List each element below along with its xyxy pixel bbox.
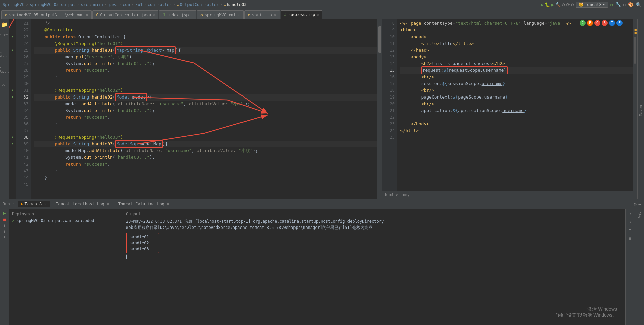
build2-icon[interactable]: 🔧: [615, 2, 621, 7]
run-tab-catalina-close[interactable]: ✕: [167, 202, 169, 206]
breadcrumb-xu1[interactable]: xu1: [135, 2, 143, 7]
run-minimize-icon[interactable]: —: [639, 201, 641, 207]
outputcontroller-close[interactable]: ✕: [153, 13, 155, 17]
gutter-23[interactable]: ▶: [9, 33, 16, 40]
tab-outputcontroller[interactable]: C OutputController.java ✕: [92, 10, 158, 19]
handle-log-box: handle01... handle02... handle03...: [126, 233, 159, 253]
code-line-30: [34, 80, 377, 87]
maven-label[interactable]: Maven: [638, 104, 644, 117]
breadcrumb-java[interactable]: java: [108, 2, 118, 7]
left-editor-scroll[interactable]: ▶ ▶ ▶ ▶ ▶ ▶: [9, 19, 382, 199]
safari-icon[interactable]: S: [602, 20, 608, 26]
breadcrumb-handle03[interactable]: handle03: [227, 2, 247, 7]
sync-icon[interactable]: ↻: [610, 1, 613, 8]
gutter-39[interactable]: ▶: [9, 140, 16, 147]
tab-webxml[interactable]: ⚙ springMVC-05-output\...\web.xml ✕: [1, 10, 92, 19]
right-code-content[interactable]: C F O S I E <%@ page contentType="text/h…: [397, 19, 633, 191]
code-line-27: System.out.println("handle01...");: [34, 60, 377, 67]
editors-container: ▶ ▶ ▶ ▶ ▶ ▶: [9, 19, 644, 199]
code-line-23: public class OutputController {: [34, 34, 377, 40]
rcode-line-17: session:${sessionScope.username}: [400, 80, 633, 87]
webxml-close[interactable]: ✕: [86, 13, 88, 17]
breadcrumb-com[interactable]: com: [123, 2, 130, 7]
gutter-25[interactable]: ▶: [9, 46, 16, 53]
sidebar-structure2-icon[interactable]: 7:Struct: [1, 51, 8, 58]
indexjsp-close[interactable]: ✕: [190, 13, 192, 17]
run-up-icon[interactable]: ↑: [3, 229, 6, 234]
top-toolbar: SpringMVC › springMVC-05-output › src › …: [0, 0, 644, 9]
output-scroll-top[interactable]: ↑: [627, 210, 634, 217]
right-scrollbar[interactable]: [633, 19, 637, 191]
left-scrollbar-thumb[interactable]: [378, 26, 381, 53]
handle-log-handle01: handle01...: [129, 234, 156, 240]
firefox-icon[interactable]: F: [587, 20, 593, 26]
chrome-icon[interactable]: C: [580, 20, 586, 26]
coverage-icon[interactable]: ▶: [551, 2, 554, 7]
right-scrollbar-thumb[interactable]: [634, 37, 636, 64]
run-settings-icon[interactable]: ⚙: [634, 201, 636, 207]
palette-icon[interactable]: 🎨: [628, 2, 634, 7]
tab-successjsp[interactable]: J success.jsp ✕: [281, 10, 323, 19]
breadcrumb-class[interactable]: ⊙: [177, 2, 179, 7]
springmvcxml-close[interactable]: ✕: [238, 13, 240, 17]
breadcrumb-project[interactable]: springMVC-05-output: [30, 2, 75, 7]
spri-close[interactable]: ✕: [274, 13, 276, 17]
breadcrumb-method-icon: ⊙: [224, 2, 226, 7]
edge-icon[interactable]: E: [616, 20, 623, 26]
right-sidebar: Maven Database Ant: [637, 19, 644, 199]
settings-icon[interactable]: ⚙: [571, 2, 574, 7]
tomcat-button[interactable]: 🐱 Tomcat8 ▾: [576, 2, 608, 8]
layout-icon[interactable]: ⊟: [623, 2, 626, 7]
run-sidebar-web-label: Web: [638, 212, 641, 218]
left-scrollbar[interactable]: [377, 19, 382, 199]
spri-label: spri...: [252, 13, 269, 17]
breadcrumb-controller[interactable]: controller: [148, 2, 172, 7]
tab-indexjsp[interactable]: J index.jsp ✕: [159, 10, 196, 19]
gutter-38[interactable]: ▶: [9, 133, 16, 140]
output-scroll-bottom[interactable]: ↓: [627, 218, 634, 225]
sidebar-bookmark-icon[interactable]: 2:Favori: [1, 66, 8, 74]
run-scroll-icon[interactable]: ↕: [3, 223, 6, 228]
sidebar-structure-icon[interactable]: 1:Project: [1, 29, 8, 36]
run-icon[interactable]: ▶: [541, 2, 543, 7]
opera-icon[interactable]: O: [594, 20, 600, 26]
tomcat-dropdown-icon[interactable]: ▾: [603, 2, 605, 7]
left-code-content[interactable]: */ @Controller public class OutputContro…: [31, 19, 377, 199]
sidebar-project-icon[interactable]: 📁: [1, 21, 8, 28]
output-clear-icon[interactable]: 🗑: [627, 235, 634, 241]
breadcrumb-outputcontroller[interactable]: OutputController: [180, 2, 219, 7]
run-tab-catalina-log[interactable]: Tomcat Catalina Log ✕: [115, 201, 172, 207]
gear-icon[interactable]: ⚙: [562, 2, 565, 7]
run-tab-tomcat-close[interactable]: ✕: [44, 202, 46, 206]
breadcrumb-main[interactable]: main: [93, 2, 103, 7]
right-editor-scroll[interactable]: 8 9 10 11 12 13 14 15 16 17 18 19 20 21 …: [382, 19, 637, 191]
output-wrap-icon[interactable]: ≡: [627, 226, 634, 233]
indexjsp-label: index.jsp: [167, 13, 189, 17]
output-action-buttons: ↑ ↓ ≡ 🗑: [625, 209, 635, 325]
sidebar-web-icon[interactable]: Web: [1, 82, 8, 89]
tab-springmvcxml[interactable]: ⚙ springMVC.xml ✕: [197, 10, 244, 19]
build-icon[interactable]: 🔨: [555, 2, 561, 7]
gutter-32[interactable]: ▶: [9, 93, 16, 100]
run-tab-tomcat[interactable]: ▶ Tomcat8 ✕: [18, 201, 50, 207]
breadcrumb-src[interactable]: src: [81, 2, 88, 7]
breadcrumb-springmvc[interactable]: SpringMVC: [3, 2, 24, 7]
output-line-0: 23-May-2022 6:38:02.371 信息 [localhost-st…: [126, 218, 623, 224]
gutter-31[interactable]: ▶: [9, 86, 16, 93]
search-icon[interactable]: 🔍: [636, 2, 641, 7]
rcode-line-10: <head>: [400, 34, 633, 40]
tab-spri[interactable]: ⚙ spri... ▾ ✕: [244, 10, 280, 19]
successjsp-close[interactable]: ✕: [317, 13, 319, 17]
update-icon[interactable]: ⟳: [566, 2, 570, 7]
run-tab-localhost-close[interactable]: ✕: [107, 202, 109, 206]
rcode-line-9: <html>: [400, 27, 633, 34]
code-line-32: public String handle02(Model model){: [34, 94, 377, 101]
run-stop-icon[interactable]: ◼: [3, 217, 6, 222]
debug-icon[interactable]: 🐛: [545, 2, 550, 7]
ie-icon[interactable]: I: [609, 20, 615, 26]
run-tab-localhost-log[interactable]: Tomcat Localhost Log ✕: [52, 201, 112, 207]
code-line-33: model.addAttribute( attributeName: "user…: [34, 101, 377, 107]
spri-dropdown[interactable]: ▾: [271, 13, 273, 17]
run-restart-icon[interactable]: ▶: [3, 210, 6, 216]
run-down-icon[interactable]: ↓: [3, 235, 6, 239]
